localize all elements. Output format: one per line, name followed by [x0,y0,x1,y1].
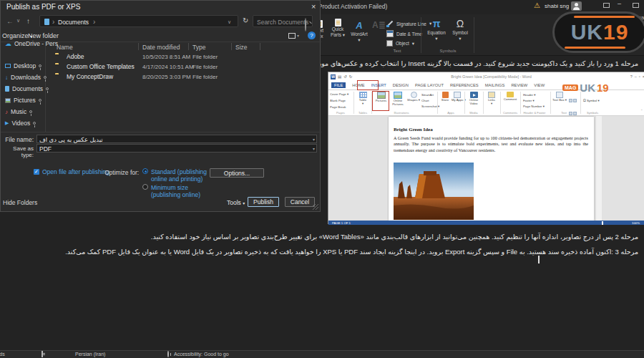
language-indicator[interactable]: Persian (Iran) [75,352,105,357]
date-time-icon [386,30,394,37]
date-time-button[interactable]: Date & Time [386,30,422,37]
comment-button[interactable]: Comment [502,92,518,101]
my-apps-button[interactable]: My Apps ▾ [452,92,463,102]
search-icon[interactable] [305,18,306,32]
proofing-icon[interactable] [42,351,43,357]
breadcrumb[interactable]: Documents [58,19,89,26]
minimize-icon[interactable]: – [635,74,637,79]
file-name-input[interactable]: تبدیل عکس به پی دی اف ▾ [36,135,317,143]
hide-folders-button[interactable]: Hide Folders [3,199,37,206]
avatar[interactable] [571,1,582,11]
page-indicator[interactable]: PAGE 1 OF 1 [332,221,351,225]
open-after-checkbox[interactable]: ✓ Open file after publishing [34,168,109,175]
sidebar-item-onedrive[interactable]: ☁ OneDrive - Pers [5,40,58,47]
help-icon[interactable]: ? [630,74,633,79]
breadcrumb-chevron: › [52,18,54,26]
close-icon[interactable]: × [311,2,316,11]
up-button[interactable]: ↑ [26,17,30,25]
page-number-button[interactable]: Page Number ▾ [523,105,545,108]
tab-review[interactable]: REVIEW [511,83,527,87]
desktop-icon [5,64,11,68]
quick-parts-button[interactable]: Quick Parts ▾ [328,19,348,37]
tools-button[interactable]: Tools ▾ [227,199,245,206]
chevron-down-icon[interactable]: ▾ [313,137,315,142]
sidebar-item-documents[interactable]: Documents [5,85,49,92]
history-chevron-icon[interactable]: ∨ [16,18,20,24]
tab-file[interactable]: FILE [331,82,346,88]
table-row[interactable]: My ConceptDraw 8/20/2025 3:03 PM File fo… [48,72,318,82]
chart-button[interactable]: Chart [421,99,429,102]
wordart-button[interactable]: A WordArt ▾ [349,19,369,42]
address-dropdown-icon[interactable]: ∨ [228,19,231,25]
table-button[interactable]: Table ▾ [355,92,371,105]
options-button[interactable]: Options... [210,168,264,178]
accessibility-status[interactable]: Accessibility: Good to go [174,352,229,357]
optimize-minimum-radio[interactable]: Minimum size (publishing online) [142,184,219,198]
word-count[interactable]: words [0,352,5,357]
tab-mailings[interactable]: MAILINGS [485,83,505,87]
smartart-button[interactable]: SmartArt [421,93,434,97]
sidebar-item-videos[interactable]: ▶ Videos [5,120,36,127]
sidebar-item-pictures[interactable]: Pictures [5,97,42,104]
accessibility-icon [167,351,169,357]
document-page[interactable]: Bright Green Idea A Green Seeds Fund wou… [389,117,594,221]
redo-icon[interactable]: ↻ [349,74,353,79]
page-break-button[interactable]: Page Break [330,105,346,109]
new-folder-button[interactable]: New folder [28,32,59,39]
save-type-select[interactable]: PDF ▾ [36,144,317,153]
chevron-down-icon[interactable]: ▾ [313,146,315,151]
optimize-standard-radio[interactable]: Standard (publishing online and printing… [142,168,219,183]
zoom-level[interactable]: 100% [632,221,640,225]
shapes-button[interactable]: Shapes ▾ [407,92,420,102]
cover-page-button[interactable]: Cover Page ▾ [330,92,348,96]
object-button[interactable]: Object ▾ [386,40,414,47]
restore-button[interactable] [633,3,639,8]
publish-button[interactable]: Publish [248,197,279,207]
column-header-size[interactable]: Size [235,44,248,51]
search-box[interactable]: Search Documents [253,15,313,27]
back-button[interactable]: ← [6,17,14,25]
header-button[interactable]: Header ▾ [523,93,535,97]
sidebar-item-music[interactable]: ♪ Music [5,108,32,115]
online-video-button[interactable]: Online Video [467,92,481,105]
tab-design[interactable]: DESIGN [393,83,409,87]
address-bar[interactable]: › Documents › ∨ [39,15,238,27]
document-photo-monument-valley[interactable] [394,163,474,220]
ribbon-options-icon[interactable] [603,3,610,8]
column-header-name[interactable]: Name [57,44,73,51]
restore-icon[interactable]: ▫ [639,74,640,79]
tab-references[interactable]: REFERENCES [450,83,479,87]
store-button[interactable]: Store [439,92,451,102]
view-toggle-icon[interactable] [288,33,296,39]
word-window: W ▤ ↺ ↻ Bright Green Idea [Compatibility… [328,72,644,224]
help-icon[interactable]: ? [308,32,316,39]
online-pictures-button[interactable]: Online Pictures [390,92,406,106]
document-area: Bright Green Idea A Green Seeds Fund wou… [328,116,644,221]
links-button[interactable]: Links ▾ [485,92,498,105]
symbol-button[interactable]: Ω Symbol ▾ [583,99,600,102]
symbol-button[interactable]: Ω Symbol ▾ [449,17,471,41]
tab-view[interactable]: VIEW [534,83,545,87]
undo-icon[interactable]: ↺ [343,74,347,79]
user-name[interactable]: shabi sng [545,3,569,9]
resize-grip[interactable] [313,204,318,210]
column-header-type[interactable]: Type [192,44,205,51]
blank-page-button[interactable]: Blank Page [330,99,346,102]
refresh-icon[interactable]: ↻ [243,16,248,24]
sidebar-item-desktop[interactable]: Desktop [5,62,42,69]
wordart-icon: A [356,20,362,31]
table-row[interactable]: Adobe 10/5/2023 8:51 AM File folder [48,52,318,62]
tab-page-layout[interactable]: PAGE LAYOUT [415,83,444,87]
pages-group-label: Pages [330,111,351,115]
column-header-date[interactable]: Date modified [142,44,180,51]
scrollbar[interactable] [595,116,602,221]
footer-button[interactable]: Footer ▾ [523,99,535,102]
view-dropdown-icon[interactable]: ▾ [297,33,299,38]
table-row[interactable]: Custom Office Templates 4/17/2024 10:51 … [48,62,318,72]
equation-button[interactable]: π Equation ▾ [425,17,448,41]
save-icon[interactable]: ▤ [338,74,341,79]
collapse-ribbon-icon[interactable]: ⌃ [640,109,643,112]
cancel-button[interactable]: Cancel [285,197,315,207]
minimize-button[interactable]: – [618,0,621,7]
sidebar-item-downloads[interactable]: ↓ Downloads [5,74,47,81]
